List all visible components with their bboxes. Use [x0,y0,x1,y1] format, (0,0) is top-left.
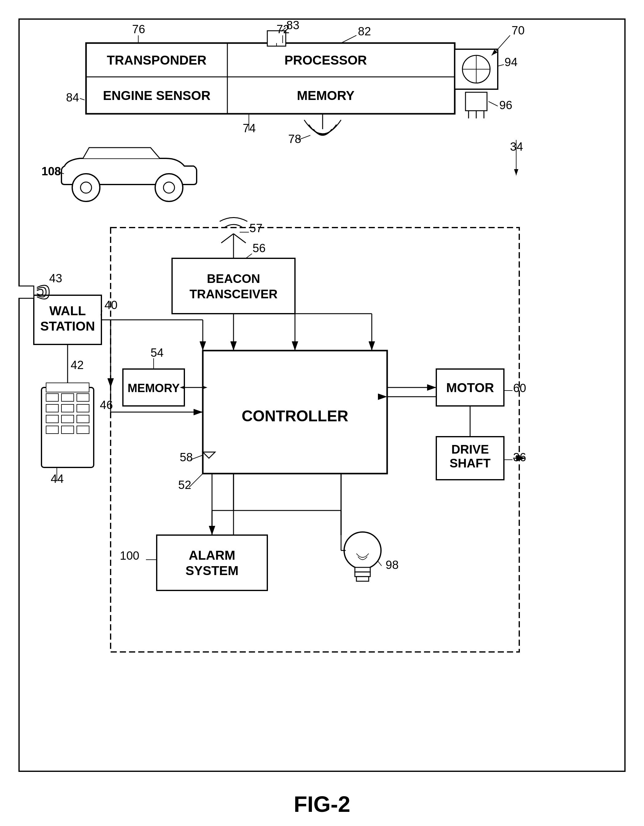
svg-text:36: 36 [513,451,526,464]
svg-text:DRIVE: DRIVE [451,442,489,456]
svg-text:76: 76 [132,23,145,36]
svg-text:96: 96 [499,99,512,112]
diagram-svg: TRANSPONDER ENGINE SENSOR PROCESSOR MEMO… [19,19,625,772]
svg-text:100: 100 [120,549,139,562]
svg-text:ALARM: ALARM [189,548,235,562]
svg-rect-33 [466,92,487,111]
svg-text:42: 42 [71,359,84,371]
svg-text:MEMORY: MEMORY [297,88,354,103]
svg-rect-105 [46,394,58,401]
svg-point-128 [344,532,381,569]
svg-text:57: 57 [249,222,262,234]
svg-text:MEMORY: MEMORY [127,382,180,394]
svg-text:94: 94 [505,56,517,68]
svg-text:CONTROLLER: CONTROLLER [242,407,348,425]
svg-rect-115 [62,426,74,433]
svg-text:SHAFT: SHAFT [449,456,491,470]
svg-text:34: 34 [510,140,523,153]
svg-text:43: 43 [49,272,62,285]
svg-text:BEACON: BEACON [207,272,260,286]
svg-rect-112 [62,415,74,423]
svg-text:56: 56 [252,242,265,255]
svg-rect-114 [46,426,58,433]
svg-text:70: 70 [512,24,525,37]
svg-rect-130 [355,572,370,577]
svg-line-24 [498,65,504,66]
svg-text:40: 40 [104,299,118,312]
svg-rect-107 [77,394,89,401]
svg-rect-117 [46,383,89,392]
svg-rect-129 [355,567,370,572]
svg-line-38 [489,101,498,106]
svg-text:78: 78 [288,132,301,146]
svg-rect-109 [62,404,74,412]
svg-text:MOTOR: MOTOR [446,380,494,395]
svg-text:STATION: STATION [40,319,95,333]
svg-rect-121 [157,535,267,590]
svg-text:44: 44 [51,472,63,485]
svg-text:52: 52 [178,478,191,491]
svg-text:PROCESSOR: PROCESSOR [285,53,367,67]
svg-text:74: 74 [243,122,255,135]
svg-rect-111 [46,415,58,423]
svg-rect-113 [77,415,89,423]
svg-rect-106 [62,394,74,401]
svg-line-27 [80,98,85,100]
svg-text:TRANSPONDER: TRANSPONDER [107,53,206,67]
svg-rect-52 [172,258,295,314]
svg-line-19 [341,36,356,43]
svg-point-48 [164,182,175,193]
svg-text:TRANSCEIVER: TRANSCEIVER [190,287,278,301]
svg-text:98: 98 [385,559,398,571]
page: TRANSPONDER ENGINE SENSOR PROCESSOR MEMO… [0,0,644,826]
svg-rect-108 [46,404,58,412]
svg-text:ENGINE SENSOR: ENGINE SENSOR [103,88,211,103]
fig-label: FIG-2 [294,792,350,817]
svg-text:83: 83 [286,19,299,32]
svg-text:82: 82 [358,25,371,38]
svg-text:WALL: WALL [50,304,86,318]
svg-text:108: 108 [42,165,61,178]
svg-rect-94 [19,286,34,298]
svg-text:54: 54 [150,346,164,359]
svg-rect-131 [356,577,369,581]
svg-text:58: 58 [180,451,193,464]
svg-rect-116 [77,426,89,433]
svg-text:84: 84 [66,91,79,104]
svg-line-21 [498,36,510,49]
svg-rect-110 [77,404,89,412]
svg-text:60: 60 [513,382,526,394]
svg-point-46 [80,182,91,193]
svg-text:SYSTEM: SYSTEM [186,564,239,578]
